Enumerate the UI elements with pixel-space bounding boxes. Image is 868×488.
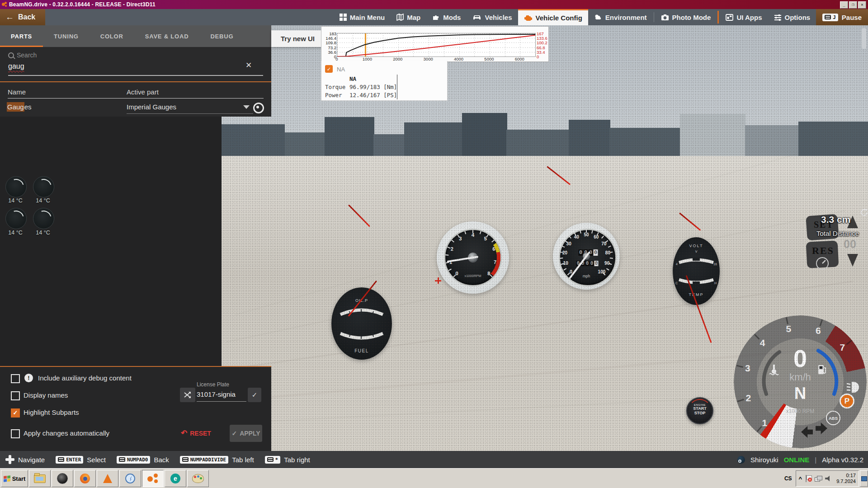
tray-expand-icon[interactable]: ^ bbox=[799, 475, 802, 482]
engine-start-stop-button[interactable]: ENGINE START STOP bbox=[686, 397, 713, 424]
tab-color[interactable]: COLOR bbox=[90, 25, 134, 47]
search-input[interactable]: gaug bbox=[8, 62, 24, 70]
hint-tab-left: NUMPADDIVIDE Tab left bbox=[180, 456, 254, 464]
tachometer-app[interactable]: 1234567 0 km/h N x1000 RPM P ABS bbox=[732, 314, 868, 450]
date: 9.7.2024 bbox=[836, 479, 856, 484]
tab-save-load[interactable]: SAVE & LOAD bbox=[134, 25, 200, 47]
window-titlebar[interactable]: BeamNG.drive - 0.32.2.0.16444 - RELEASE … bbox=[0, 0, 868, 9]
dial-tick bbox=[606, 268, 609, 270]
dial-tick bbox=[569, 235, 571, 239]
scrollbar-thumb[interactable] bbox=[862, 28, 866, 49]
tach-unit-label: x1000RPM bbox=[464, 274, 481, 278]
temp-label: TEMP bbox=[689, 292, 703, 297]
tab-parts[interactable]: PARTS bbox=[0, 25, 43, 47]
action-center-flag-icon[interactable]: ✕ bbox=[805, 475, 811, 482]
taskbar-file-explorer[interactable] bbox=[29, 470, 51, 487]
checkbox-include-debug[interactable] bbox=[11, 374, 20, 383]
distance-value: 3.3 cm bbox=[821, 214, 850, 225]
pause-button[interactable]: J Pause bbox=[816, 9, 868, 25]
window-controls: _ ❐ ✕ bbox=[840, 1, 866, 9]
reset-distance-icon[interactable] bbox=[860, 208, 868, 217]
abs-indicator: ABS bbox=[826, 411, 840, 425]
windows-taskbar: Start e CS ^ ✕ 0:17 9.7.2024 bbox=[0, 468, 868, 488]
network-icon[interactable] bbox=[815, 476, 822, 482]
header-underline bbox=[8, 98, 264, 99]
speaker-icon[interactable] bbox=[825, 475, 831, 482]
close-button[interactable]: ✕ bbox=[858, 1, 866, 9]
taskbar-paint[interactable] bbox=[187, 470, 209, 487]
search-icon bbox=[8, 52, 14, 58]
taskbar-vlc[interactable] bbox=[97, 470, 118, 487]
grid-icon bbox=[340, 14, 347, 21]
vehicle-config-panel: PARTS TUNING COLOR SAVE & LOAD DEBUG Sea… bbox=[0, 25, 271, 117]
start-button[interactable]: Start bbox=[1, 470, 28, 487]
online-status: ONLINE bbox=[784, 456, 810, 464]
randomize-plate-button[interactable] bbox=[180, 388, 195, 402]
puzzle-icon bbox=[432, 14, 440, 21]
keyboard-icon bbox=[58, 457, 64, 462]
confirm-plate-button[interactable]: ✓ bbox=[248, 388, 261, 402]
building bbox=[212, 124, 285, 156]
ghost-digits: 00 bbox=[844, 238, 856, 251]
restore-button[interactable]: ❐ bbox=[849, 1, 857, 9]
engine-icon bbox=[524, 14, 533, 22]
back-button[interactable]: ← Back bbox=[0, 9, 45, 25]
taskbar-clock[interactable]: 0:17 9.7.2024 bbox=[836, 473, 856, 484]
taskbar-beamng-active[interactable] bbox=[142, 470, 164, 487]
nav-vehicle-config[interactable]: Vehicle Config bbox=[518, 9, 588, 25]
taskbar-disc-app[interactable] bbox=[52, 470, 73, 487]
controller-hint-bar: Navigate ENTER Select NUMPAD0 Back NUMPA… bbox=[0, 451, 868, 468]
active-part-select[interactable]: Imperial Gauges bbox=[127, 103, 176, 111]
shuffle-icon bbox=[184, 392, 191, 398]
power-row-value: 12.46/167 [PS] bbox=[349, 92, 397, 99]
nav-options[interactable]: Options bbox=[768, 9, 816, 25]
nav-environment[interactable]: Environment bbox=[588, 9, 653, 25]
checkbox-apply-auto[interactable] bbox=[11, 429, 20, 438]
decrease-arrow bbox=[847, 254, 858, 267]
window-title: BeamNG.drive - 0.32.2.0.16444 - RELEASE … bbox=[9, 1, 156, 8]
language-indicator[interactable]: CS bbox=[784, 475, 792, 482]
nav-vehicles[interactable]: Vehicles bbox=[467, 9, 518, 25]
show-desktop-button[interactable] bbox=[860, 470, 868, 487]
minimize-button[interactable]: _ bbox=[840, 1, 848, 9]
rpm-scale-label: x1000 RPM bbox=[786, 408, 815, 414]
beamng-logo-icon bbox=[2, 2, 7, 7]
building bbox=[745, 125, 799, 156]
x-axis-tick: 5000 bbox=[484, 56, 494, 61]
nav-map[interactable]: Map bbox=[391, 9, 426, 25]
tab-tuning[interactable]: TUNING bbox=[43, 25, 90, 47]
total-distance-app[interactable]: SET RES 00 3.3 cm Total Distance bbox=[803, 203, 868, 271]
nav-divider-accent bbox=[717, 11, 719, 23]
undo-icon: ↶ bbox=[181, 428, 187, 438]
taskbar-daemon-tools[interactable] bbox=[119, 470, 141, 487]
highlight-part-eye-icon[interactable] bbox=[253, 103, 264, 113]
checkbox-display-names[interactable] bbox=[11, 391, 20, 400]
time: 0:17 bbox=[836, 473, 856, 479]
nav-mods[interactable]: Mods bbox=[426, 9, 467, 25]
speedo-unit-label: mph bbox=[583, 274, 590, 278]
building bbox=[285, 132, 326, 156]
checkbox-highlight-subparts[interactable]: ✓ bbox=[11, 408, 20, 418]
nav-main-menu[interactable]: Main Menu bbox=[334, 9, 391, 25]
svg-text:16: 16 bbox=[713, 263, 717, 266]
building bbox=[569, 120, 610, 156]
taskbar-firefox[interactable] bbox=[74, 470, 96, 487]
apply-button[interactable]: ✓ APPLY bbox=[230, 425, 262, 442]
option-label: Apply changes automatically bbox=[24, 429, 109, 437]
license-plate-input[interactable]: 31017-signia bbox=[197, 390, 236, 398]
taskbar-eset[interactable]: e bbox=[165, 470, 186, 487]
nav-ui-apps[interactable]: UI Apps bbox=[720, 9, 768, 25]
pause-keybadge: J bbox=[822, 14, 838, 21]
svg-text:H: H bbox=[714, 282, 717, 285]
chevron-down-icon[interactable] bbox=[243, 105, 250, 109]
tab-debug[interactable]: DEBUG bbox=[199, 25, 244, 47]
nav-photo-mode[interactable]: Photo Mode bbox=[655, 9, 717, 25]
try-new-ui-button[interactable]: Try new UI bbox=[271, 30, 324, 47]
clear-search-button[interactable]: ✕ bbox=[245, 61, 252, 70]
steam-icon bbox=[737, 456, 745, 464]
dial-tick bbox=[608, 245, 611, 248]
engine-checkbox[interactable]: ✓ bbox=[325, 65, 333, 73]
reset-button[interactable]: ↶ RESET bbox=[181, 428, 211, 438]
torque-row-label: Torque bbox=[325, 84, 345, 90]
building bbox=[462, 113, 507, 156]
